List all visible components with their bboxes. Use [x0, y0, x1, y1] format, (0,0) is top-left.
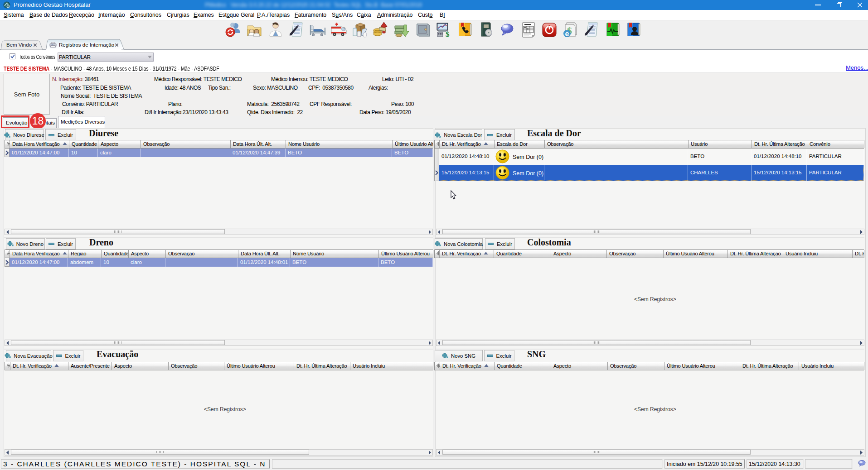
- svg-text:e: e: [565, 30, 569, 38]
- svg-text:$: $: [446, 30, 450, 38]
